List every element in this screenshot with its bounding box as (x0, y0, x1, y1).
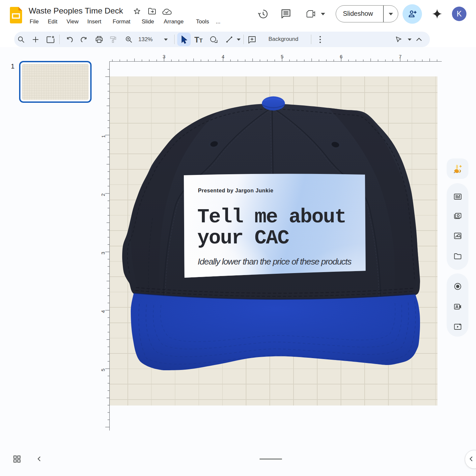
svg-text:2: 2 (100, 193, 106, 196)
svg-text:6: 6 (340, 54, 342, 59)
svg-text:7: 7 (399, 54, 402, 59)
svg-text:4: 4 (222, 54, 224, 59)
svg-text:Ideally lower than the price o: Ideally lower than the price of these pr… (198, 257, 351, 266)
svg-text:3: 3 (163, 54, 165, 59)
svg-text:Tell me about: Tell me about (197, 206, 346, 228)
svg-text:5: 5 (281, 54, 283, 59)
svg-text:5: 5 (100, 369, 106, 371)
svg-text:4: 4 (100, 310, 106, 313)
svg-text:1: 1 (100, 135, 106, 138)
svg-text:your CAC: your CAC (197, 227, 289, 249)
svg-text:Presented by Jargon Junkie: Presented by Jargon Junkie (198, 187, 273, 193)
svg-text:3: 3 (100, 252, 106, 254)
